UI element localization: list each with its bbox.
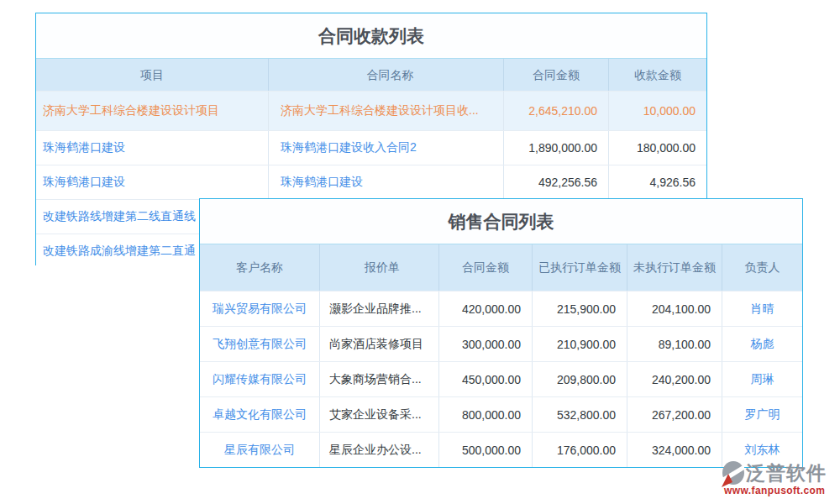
- executed-amount-cell: 176,000.00: [533, 433, 627, 467]
- owner-link[interactable]: 罗广明: [722, 397, 802, 432]
- payment-amount-cell: 4,926.56: [609, 165, 706, 199]
- unexecuted-amount-cell: 89,100.00: [627, 327, 722, 361]
- contract-amount-cell: 800,000.00: [439, 397, 533, 432]
- contract-amount-cell: 500,000.00: [439, 433, 533, 467]
- project-link[interactable]: 珠海鹤港口建设: [36, 165, 269, 199]
- col-header-executed-amount: 已执行订单金额: [533, 244, 627, 291]
- unexecuted-amount-cell: 240,200.00: [627, 362, 722, 396]
- customer-link[interactable]: 瑞兴贸易有限公司: [200, 291, 320, 326]
- col-header-payment-amount: 收款金额: [609, 59, 706, 91]
- table-row[interactable]: 闪耀传媒有限公司 大象商场营销合... 450,000.00 209,800.0…: [200, 361, 802, 396]
- contract-link[interactable]: 珠海鹤港口建设收入合同2: [269, 131, 504, 165]
- table-row[interactable]: 卓越文化有限公司 艾家企业设备采... 800,000.00 532,800.0…: [200, 396, 802, 432]
- owner-link[interactable]: 周琳: [722, 362, 802, 396]
- table-row[interactable]: 珠海鹤港口建设 珠海鹤港口建设 492,256.56 4,926.56: [36, 165, 706, 199]
- customer-link[interactable]: 星辰有限公司: [200, 433, 320, 467]
- contract-amount-cell: 300,000.00: [439, 327, 533, 361]
- executed-amount-cell: 215,900.00: [533, 291, 627, 326]
- table-row[interactable]: 瑞兴贸易有限公司 灏影企业品牌推... 420,000.00 215,900.0…: [200, 291, 802, 326]
- executed-amount-cell: 209,800.00: [533, 362, 627, 396]
- project-link[interactable]: 济南大学工科综合楼建设设计项目: [36, 92, 269, 130]
- col-header-contract-amount: 合同金额: [439, 244, 533, 291]
- quote-cell: 尚家酒店装修项目: [320, 327, 439, 361]
- contract-amount-cell: 1,890,000.00: [504, 131, 609, 165]
- customer-link[interactable]: 卓越文化有限公司: [200, 397, 320, 432]
- table-row[interactable]: 珠海鹤港口建设 珠海鹤港口建设收入合同2 1,890,000.00 180,00…: [36, 130, 706, 165]
- payment-table-title: 合同收款列表: [36, 13, 706, 59]
- col-header-contract-name: 合同名称: [269, 59, 504, 91]
- col-header-customer: 客户名称: [200, 244, 320, 291]
- sales-table-header: 客户名称 报价单 合同金额 已执行订单金额 未执行订单金额 负责人: [200, 244, 802, 291]
- contract-amount-cell: 450,000.00: [439, 362, 533, 396]
- contract-amount-cell: 492,256.56: [504, 165, 609, 199]
- table-row[interactable]: 星辰有限公司 星辰企业办公设... 500,000.00 176,000.00 …: [200, 432, 802, 467]
- table-row[interactable]: 济南大学工科综合楼建设设计项目 济南大学工科综合楼建设设计项目收... 2,64…: [36, 91, 706, 130]
- col-header-project: 项目: [36, 59, 269, 91]
- owner-link[interactable]: 杨彪: [722, 327, 802, 361]
- col-header-owner: 负责人: [722, 244, 802, 291]
- owner-link[interactable]: 肖晴: [722, 291, 802, 326]
- contract-link[interactable]: 济南大学工科综合楼建设设计项目收...: [269, 92, 504, 130]
- project-link[interactable]: 珠海鹤港口建设: [36, 131, 269, 165]
- col-header-contract-amount: 合同金额: [504, 59, 609, 91]
- executed-amount-cell: 210,900.00: [533, 327, 627, 361]
- payment-amount-cell: 180,000.00: [609, 131, 706, 165]
- table-row[interactable]: 飞翔创意有限公司 尚家酒店装修项目 300,000.00 210,900.00 …: [200, 326, 802, 361]
- quote-cell: 灏影企业品牌推...: [320, 291, 439, 326]
- sales-contract-panel: 销售合同列表 客户名称 报价单 合同金额 已执行订单金额 未执行订单金额 负责人…: [199, 198, 803, 468]
- customer-link[interactable]: 闪耀传媒有限公司: [200, 362, 320, 396]
- quote-cell: 大象商场营销合...: [320, 362, 439, 396]
- col-header-unexecuted-amount: 未执行订单金额: [627, 244, 722, 291]
- quote-cell: 艾家企业设备采...: [320, 397, 439, 432]
- col-header-quote: 报价单: [320, 244, 439, 291]
- executed-amount-cell: 532,800.00: [533, 397, 627, 432]
- quote-cell: 星辰企业办公设...: [320, 433, 439, 467]
- sales-table-title: 销售合同列表: [200, 199, 802, 244]
- unexecuted-amount-cell: 324,000.00: [627, 433, 722, 467]
- unexecuted-amount-cell: 204,100.00: [627, 291, 722, 326]
- contract-amount-cell: 2,645,210.00: [504, 92, 609, 130]
- watermark-brand: 泛普软件: [746, 459, 827, 486]
- payment-amount-cell: 10,000.00: [609, 92, 706, 130]
- payment-table-header: 项目 合同名称 合同金额 收款金额: [36, 59, 706, 91]
- unexecuted-amount-cell: 267,200.00: [627, 397, 722, 432]
- customer-link[interactable]: 飞翔创意有限公司: [200, 327, 320, 361]
- watermark: 泛普软件 www.fanpusoft.com: [721, 459, 838, 496]
- watermark-url: www.fanpusoft.com: [721, 485, 838, 496]
- contract-amount-cell: 420,000.00: [439, 291, 533, 326]
- contract-link[interactable]: 珠海鹤港口建设: [269, 165, 504, 199]
- fanpu-logo-icon: [721, 459, 746, 488]
